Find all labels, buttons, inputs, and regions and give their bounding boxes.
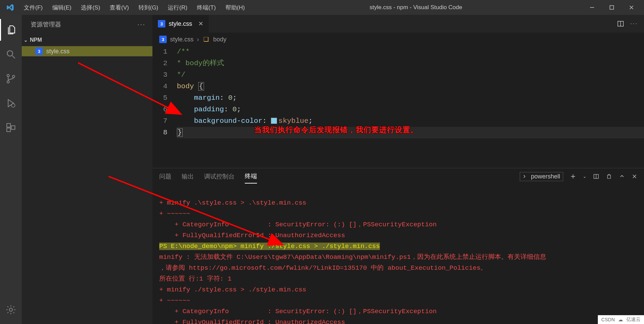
- activity-extensions[interactable]: [0, 117, 22, 138]
- explorer-more-icon[interactable]: ···: [137, 21, 146, 28]
- terminal-maximize-button[interactable]: [619, 173, 625, 179]
- svg-rect-12: [11, 126, 15, 130]
- more-actions-icon[interactable]: ···: [630, 21, 638, 27]
- code-text: margin: [194, 94, 220, 102]
- terminal-dropdown-icon[interactable]: ⌄: [583, 174, 586, 179]
- folder-section-header[interactable]: ⌄ NPM: [22, 34, 152, 46]
- code-editor[interactable]: 12345678 /** * body的样式 */ body { margin:…: [152, 46, 644, 168]
- watermark-csdn: CSDN: [601, 317, 615, 322]
- menu-select[interactable]: 选择(S): [76, 2, 105, 14]
- terminal-close-button[interactable]: [632, 174, 637, 179]
- terminal-kill-button[interactable]: [606, 173, 612, 179]
- symbol-icon: ❑: [202, 36, 210, 43]
- code-text: body: [177, 82, 194, 90]
- cloud-icon: ☁: [618, 317, 623, 322]
- code-text: padding: [194, 106, 224, 113]
- terminal-line: + minify .\style.css > .\style.min.css: [159, 199, 306, 207]
- panel-tab-debug-console[interactable]: 调试控制台: [204, 170, 235, 183]
- svg-rect-11: [7, 128, 11, 132]
- code-text: body的样式: [185, 59, 224, 67]
- editor-tab-stylecss[interactable]: 3 style.css ✕: [152, 15, 209, 33]
- menu-bar: 文件(F) 编辑(E) 选择(S) 查看(V) 转到(G) 运行(R) 终端(T…: [19, 2, 250, 14]
- explorer-title: 资源管理器: [31, 20, 61, 28]
- files-icon: [6, 24, 17, 35]
- vscode-logo-icon: [5, 3, 15, 12]
- svg-point-8: [13, 75, 15, 78]
- terminal-line: 所在位置 行:1 字符: 1: [159, 275, 232, 283]
- panel-tab-output[interactable]: 输出: [182, 170, 194, 183]
- folder-name: NPM: [30, 37, 42, 43]
- activity-run-debug[interactable]: [0, 92, 22, 114]
- search-icon: [5, 49, 16, 60]
- menu-view[interactable]: 查看(V): [105, 2, 134, 14]
- editor-tabs: 3 style.css ✕ ···: [152, 15, 644, 33]
- menu-terminal[interactable]: 终端(T): [192, 2, 221, 14]
- file-tree-item[interactable]: 3 style.css: [22, 46, 152, 56]
- window-close-button[interactable]: [622, 0, 641, 15]
- svg-line-5: [12, 56, 15, 58]
- css-file-icon: 3: [158, 20, 165, 27]
- code-text: */: [177, 71, 185, 79]
- terminal-content[interactable]: + minify .\style.css > .\style.min.css +…: [152, 185, 644, 324]
- svg-point-6: [7, 74, 10, 77]
- menu-run[interactable]: 运行(R): [163, 2, 192, 14]
- terminal-line: + CategoryInfo : SecurityError: (:) []，P…: [159, 308, 437, 315]
- tab-label: style.css: [169, 20, 192, 27]
- code-text: skyblue: [278, 117, 308, 125]
- window-controls: [582, 0, 641, 15]
- svg-point-13: [9, 308, 12, 311]
- terminal-prompt: PS E:\node_demo\npm>: [159, 243, 240, 250]
- menu-edit[interactable]: 编辑(E): [48, 2, 76, 14]
- shell-name: powershell: [531, 173, 560, 180]
- explorer-header: 资源管理器 ···: [22, 15, 152, 34]
- code-text: background-color: [194, 117, 262, 125]
- branch-icon: [5, 73, 16, 84]
- color-swatch-icon: [271, 118, 277, 124]
- code-text: /**: [177, 48, 190, 56]
- split-editor-icon[interactable]: [617, 20, 624, 27]
- window-minimize-button[interactable]: [582, 0, 602, 15]
- breadcrumb-separator-icon: ›: [197, 36, 199, 43]
- css-file-icon: 3: [159, 36, 167, 43]
- menu-help[interactable]: 帮助(H): [221, 2, 250, 14]
- terminal-line: + FullyQualifiedErrorId : UnauthorizedAc…: [159, 232, 345, 239]
- code-content[interactable]: /** * body的样式 */ body { margin: 0; paddi…: [177, 46, 644, 168]
- panel-tab-problems[interactable]: 问题: [159, 170, 171, 183]
- terminal-line: + ~~~~~~: [159, 297, 190, 304]
- title-bar: 文件(F) 编辑(E) 选择(S) 查看(V) 转到(G) 运行(R) 终端(T…: [0, 0, 644, 15]
- window-maximize-button[interactable]: [602, 0, 622, 15]
- terminal-icon: [523, 174, 528, 179]
- watermark-yisu: 亿速云: [626, 317, 641, 323]
- explorer-sidebar: 资源管理器 ··· ⌄ NPM 3 style.css: [22, 15, 152, 324]
- breadcrumb-symbol[interactable]: body: [213, 36, 226, 43]
- panel-tab-bar: 问题 输出 调试控制台 终端 powershell ⌄: [152, 168, 644, 185]
- editor-group: 3 style.css ✕ ··· 3 style.css › ❑ body 1…: [152, 15, 644, 324]
- activity-settings[interactable]: [0, 299, 22, 321]
- chevron-down-icon: ⌄: [24, 37, 28, 43]
- terminal-shell-indicator[interactable]: powershell: [520, 172, 563, 181]
- extensions-icon: [5, 122, 16, 133]
- svg-point-7: [7, 81, 10, 83]
- breadcrumb[interactable]: 3 style.css › ❑ body: [152, 33, 644, 46]
- css-file-icon: 3: [35, 47, 43, 55]
- terminal-line: 无法加载文件 C:\Users\tgw87\AppData\Roaming\np…: [194, 253, 547, 261]
- breadcrumb-file[interactable]: style.css: [170, 36, 194, 43]
- watermark: CSDN ☁ 亿速云: [598, 315, 644, 324]
- code-text: *: [177, 59, 185, 67]
- bottom-panel: 问题 输出 调试控制台 终端 powershell ⌄: [152, 168, 644, 324]
- window-title: style.css - npm - Visual Studio Code: [250, 4, 582, 11]
- code-text: 0: [233, 106, 237, 113]
- terminal-split-button[interactable]: [593, 173, 599, 179]
- editor-actions: ···: [617, 15, 644, 33]
- activity-search[interactable]: [0, 43, 22, 65]
- activity-explorer[interactable]: [0, 19, 22, 41]
- terminal-new-button[interactable]: [570, 173, 576, 179]
- panel-tab-terminal[interactable]: 终端: [245, 169, 257, 184]
- gear-icon: [5, 304, 16, 315]
- line-number-gutter: 12345678: [152, 46, 177, 168]
- menu-goto[interactable]: 转到(G): [134, 2, 163, 14]
- activity-source-control[interactable]: [0, 68, 22, 90]
- terminal-line: + ~~~~~~: [159, 210, 190, 217]
- tab-close-button[interactable]: ✕: [198, 20, 203, 27]
- menu-file[interactable]: 文件(F): [19, 2, 48, 14]
